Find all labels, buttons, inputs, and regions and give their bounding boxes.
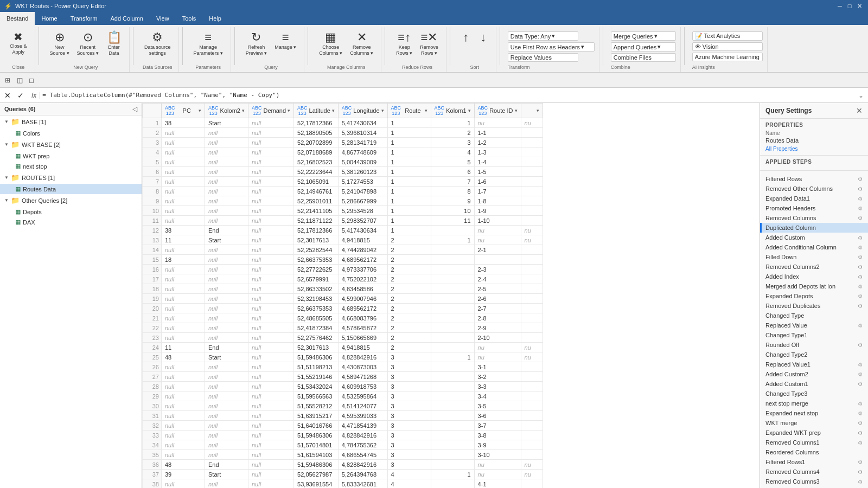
datasource-settings-button[interactable]: ⚙ Data sourcesettings — [141, 29, 174, 59]
step-gear-removed-other-cols[interactable]: ⚙ — [858, 186, 863, 192]
query-group-routes[interactable]: ▼ 📁 ROUTES [1] — [0, 171, 142, 184]
refresh-preview-button[interactable]: ↻ RefreshPreview ▾ — [242, 29, 271, 59]
step-gear-added-index[interactable]: ⚙ — [858, 274, 863, 280]
step-item-removed-duplicates[interactable]: Removed Duplicates⚙ — [760, 301, 868, 311]
step-gear-removed-columns1[interactable]: ⚙ — [858, 440, 863, 446]
step-item-added-index[interactable]: Added Index⚙ — [760, 272, 868, 281]
step-gear-removed-columns[interactable]: ⚙ — [858, 215, 863, 221]
step-gear-replaced-value[interactable]: ⚙ — [858, 323, 863, 329]
step-gear-rounded-off[interactable]: ⚙ — [858, 342, 863, 348]
tab-bestand[interactable]: Bestand — [0, 12, 35, 25]
step-gear-replaced-value1[interactable]: ⚙ — [858, 362, 863, 368]
col-header-latitude[interactable]: ABC123 Latitude ▾ — [294, 104, 339, 118]
col-header-demand[interactable]: ABC123 Demand ▾ — [248, 104, 294, 118]
new-source-button[interactable]: ⊕ NewSource ▾ — [47, 29, 73, 59]
col-header-pc[interactable]: ABC123 PC ▾ — [162, 104, 205, 118]
step-item-changed-type3[interactable]: Changed Type3 — [760, 389, 868, 399]
formula-expand-button[interactable]: ⌄ — [856, 92, 866, 99]
toolbar-btn-3[interactable]: ◻ — [26, 75, 37, 86]
manage-button[interactable]: ≡ Manage ▾ — [271, 29, 299, 53]
settings-close-button[interactable]: ✕ — [856, 106, 863, 115]
col-header-routeid[interactable]: ABC123 Route ID ▾ — [474, 104, 521, 118]
toolbar-btn-2[interactable]: ◫ — [14, 75, 25, 86]
step-item-added-custom1[interactable]: Added Custom1⚙ — [760, 379, 868, 389]
maximize-button[interactable]: □ — [845, 2, 854, 10]
step-item-added-conditional-col[interactable]: Added Conditional Column⚙ — [760, 242, 868, 252]
step-gear-merged-add-depots[interactable]: ⚙ — [858, 284, 863, 290]
step-gear-filled-down[interactable]: ⚙ — [858, 254, 863, 260]
col-header-route[interactable]: ABC123 Route ▾ — [387, 104, 431, 118]
step-item-promoted-headers[interactable]: Promoted Headers⚙ — [760, 203, 868, 213]
step-gear-wkt-merge[interactable]: ⚙ — [858, 420, 863, 426]
step-gear-filtered-rows1[interactable]: ⚙ — [858, 459, 863, 465]
step-gear-expanded-data1[interactable]: ⚙ — [858, 196, 863, 202]
all-properties-link[interactable]: All Properties — [765, 146, 863, 152]
step-item-duplicated-column[interactable]: Duplicated Column — [760, 223, 868, 233]
step-item-reordered-columns[interactable]: Reordered Columns — [760, 447, 868, 457]
close-apply-button[interactable]: ✖ Close &Apply — [7, 29, 30, 57]
merge-queries-dropdown[interactable]: Merge Queries ▾ — [611, 31, 676, 41]
step-gear-next-stop-merge[interactable]: ⚙ — [858, 401, 863, 407]
step-item-replaced-value[interactable]: Replaced Value⚙ — [760, 320, 868, 330]
toolbar-btn-1[interactable]: ⊞ — [2, 75, 13, 86]
text-analytics-button[interactable]: 📝 Text Analytics — [692, 31, 763, 41]
first-row-header-dropdown[interactable]: Use First Row as Headers ▾ — [508, 42, 595, 52]
step-gear-expanded-depots[interactable]: ⚙ — [858, 293, 863, 299]
tab-home[interactable]: Home — [35, 12, 63, 25]
step-item-filtered-rows[interactable]: Filtered Rows⚙ — [760, 174, 868, 184]
step-item-changed-type[interactable]: Changed Type — [760, 311, 868, 320]
query-item-routes-data[interactable]: ▦ Routes Data — [0, 184, 142, 194]
tab-help[interactable]: Help — [202, 12, 228, 25]
tab-tools[interactable]: Tools — [176, 12, 203, 25]
step-item-replaced-value1[interactable]: Replaced Value1⚙ — [760, 359, 868, 369]
step-gear-filtered-rows[interactable]: ⚙ — [858, 176, 863, 182]
query-item-dax[interactable]: ▦ DAX — [0, 217, 142, 227]
step-gear-removed-columns3[interactable]: ⚙ — [858, 479, 863, 485]
sort-desc-button[interactable]: ↓ — [475, 29, 492, 46]
replace-values-button[interactable]: Replace Values — [508, 53, 578, 62]
tab-transform[interactable]: Transform — [64, 12, 104, 25]
tab-add-column[interactable]: Add Column — [104, 12, 150, 25]
query-item-next-stop[interactable]: ▦ next stop — [0, 161, 142, 171]
step-item-added-custom[interactable]: Added Custom⚙ — [760, 233, 868, 242]
step-item-filled-down[interactable]: Filled Down⚙ — [760, 252, 868, 262]
combine-files-button[interactable]: Combine Files — [611, 53, 676, 62]
step-item-next-stop-merge[interactable]: next stop merge⚙ — [760, 399, 868, 408]
step-item-filtered-rows1[interactable]: Filtered Rows1⚙ — [760, 457, 868, 467]
step-gear-expanded-next-stop[interactable]: ⚙ — [858, 410, 863, 416]
enter-data-button[interactable]: 📋 EnterData — [103, 29, 125, 59]
grid-container[interactable]: ABC123 PC ▾ ABC123 Kolom2 ▾ — [142, 103, 760, 488]
step-gear-added-custom[interactable]: ⚙ — [858, 235, 863, 241]
step-item-expanded-wkt-prep[interactable]: Expanded WKT prep⚙ — [760, 428, 868, 438]
tab-view[interactable]: View — [150, 12, 176, 25]
step-item-expanded-data1[interactable]: Expanded Data1⚙ — [760, 194, 868, 203]
step-gear-added-custom2[interactable]: ⚙ — [858, 371, 863, 377]
append-queries-dropdown[interactable]: Append Queries ▾ — [611, 42, 676, 52]
step-gear-removed-columns2[interactable]: ⚙ — [858, 264, 863, 270]
step-item-removed-columns1[interactable]: Removed Columns1⚙ — [760, 438, 868, 447]
col-header-extra[interactable]: ▾ — [521, 104, 542, 118]
sort-asc-button[interactable]: ↑ — [458, 29, 474, 46]
formula-cancel-button[interactable]: ✕ — [2, 91, 13, 100]
azure-ml-button[interactable]: Azure Machine Learning — [692, 53, 763, 61]
step-gear-removed-duplicates[interactable]: ⚙ — [858, 303, 863, 309]
remove-rows-button[interactable]: ≡✕ RemoveRows ▾ — [417, 29, 442, 59]
col-header-kolom2[interactable]: ABC123 Kolom2 ▾ — [205, 104, 248, 118]
datatype-dropdown[interactable]: Data Type: Any ▾ — [508, 31, 578, 41]
step-gear-removed-columns4[interactable]: ⚙ — [858, 469, 863, 475]
query-group-base[interactable]: ▼ 📁 BASE [1] — [0, 115, 142, 128]
query-item-depots[interactable]: ▦ Depots — [0, 207, 142, 217]
step-item-expanded-next-stop[interactable]: Expanded next stop⚙ — [760, 408, 868, 418]
query-item-wkt-prep[interactable]: ▦ WKT prep — [0, 151, 142, 161]
step-gear-promoted-headers[interactable]: ⚙ — [858, 206, 863, 211]
step-gear-added-conditional-col[interactable]: ⚙ — [858, 245, 863, 251]
step-item-changed-type2[interactable]: Changed Type2 — [760, 350, 868, 359]
step-item-rounded-off[interactable]: Rounded Off⚙ — [760, 340, 868, 350]
formula-input[interactable] — [42, 92, 854, 99]
step-item-changed-type1[interactable]: Changed Type1 — [760, 330, 868, 340]
choose-columns-button[interactable]: ▦ ChooseColumns ▾ — [316, 29, 346, 59]
step-item-removed-columns[interactable]: Removed Columns⚙ — [760, 213, 868, 223]
step-item-expanded-depots[interactable]: Expanded Depots⚙ — [760, 291, 868, 301]
queries-collapse-button[interactable]: ◁ — [132, 105, 137, 113]
recent-sources-button[interactable]: ⊙ RecentSources ▾ — [74, 29, 103, 59]
